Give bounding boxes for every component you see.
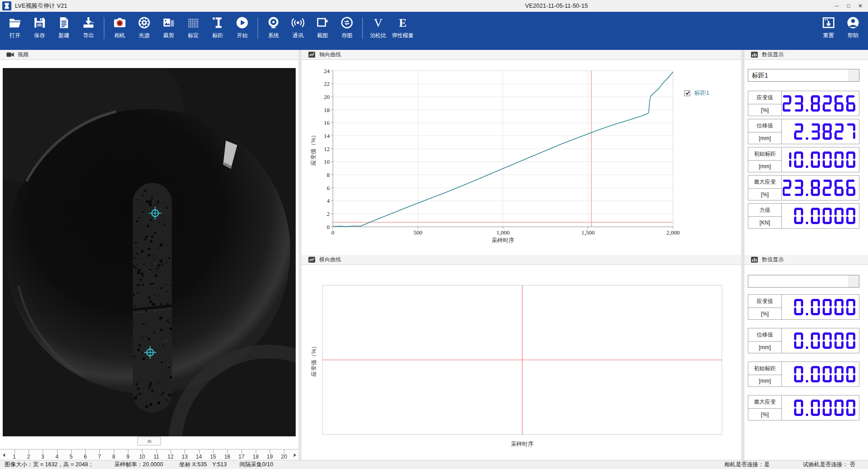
value-label-cell: 应变值[%]: [748, 295, 782, 319]
camera-icon: [113, 16, 127, 29]
toolbar-button-camera[interactable]: 相机: [107, 12, 132, 44]
toolbar-button-save-image[interactable]: 存图: [335, 12, 359, 44]
timeline-frame-number[interactable]: 4: [50, 449, 64, 460]
minimize-button[interactable]: ─: [831, 0, 843, 12]
timeline-frame-number[interactable]: 9: [121, 449, 135, 460]
value-unit: [%]: [748, 104, 781, 116]
numeric-panel-title-2: 数值显示: [762, 256, 784, 264]
toolbar-button-label: 重置: [823, 32, 834, 39]
document-title: VE2021-11-05-11-50-15: [507, 0, 606, 12]
timeline-frame-number[interactable]: 14: [192, 449, 206, 460]
toolbar-button-crop-image[interactable]: 裁剪: [156, 12, 181, 44]
save-icon: [33, 16, 46, 29]
timeline-frame-number[interactable]: 17: [234, 449, 249, 460]
value-label-cell: 力值[KN]: [748, 204, 782, 228]
status-coord-y: Y:513: [212, 460, 227, 469]
gauge-selector-value-1: 标距1: [752, 69, 768, 81]
svg-text:1,000: 1,000: [496, 229, 509, 236]
timeline-frame-number[interactable]: 6: [78, 449, 92, 460]
value-label: 位移值: [748, 328, 781, 342]
timeline-frame-number[interactable]: 7: [93, 449, 107, 460]
lcd-value-display: [782, 119, 859, 144]
toolbar-button-gauge-length[interactable]: 标距: [205, 12, 230, 44]
legend-checkbox[interactable]: [684, 90, 690, 96]
lcd-value-display: [782, 328, 859, 353]
timeline-frame-number[interactable]: 16: [220, 449, 234, 460]
value-block: 位移值[mm]: [748, 119, 859, 144]
timeline-frame-number[interactable]: 3: [36, 449, 50, 460]
svg-text:V: V: [374, 16, 383, 29]
toolbar-button-label: 开始: [237, 32, 248, 39]
line-chart-icon: [308, 257, 316, 263]
value-label-cell: 最大应变[%]: [748, 396, 782, 420]
timeline-frame-number[interactable]: 18: [249, 449, 263, 460]
timeline-frame-number[interactable]: 10: [135, 449, 149, 460]
timeline-frame-number[interactable]: 13: [178, 449, 192, 460]
toolbar-button-system[interactable]: 系统: [261, 12, 286, 44]
maximize-button[interactable]: □: [843, 0, 854, 12]
toolbar-button-save[interactable]: 保存: [27, 12, 52, 44]
svg-text:16: 16: [324, 119, 330, 126]
timeline-frame-number[interactable]: 8: [107, 449, 121, 460]
numeric-panel-header-2: 数值显示: [744, 255, 868, 265]
value-block: 初始标距[mm]: [748, 147, 859, 172]
value-unit: [KN]: [748, 217, 781, 228]
value-block: 最大应变[%]: [748, 395, 859, 420]
toolbar-button-start-play[interactable]: 开始: [230, 12, 254, 44]
toolbar-button-help[interactable]: 帮助: [841, 12, 865, 39]
line-chart-icon: [308, 52, 316, 58]
toolbar-button-reset[interactable]: 重置: [816, 12, 841, 39]
value-label-cell: 位移值[mm]: [748, 119, 782, 144]
poisson-ratio-icon: V: [371, 16, 385, 29]
svg-text:8: 8: [327, 171, 330, 178]
title-bar: LVE视频引伸计 V21 VE2021-11-05-11-50-15 ─ □ ✕: [0, 0, 868, 12]
timeline-frame-number[interactable]: 5: [64, 449, 78, 460]
toolbar-button-label: 相机: [114, 32, 125, 39]
timeline-frame-number[interactable]: 12: [163, 449, 177, 460]
timeline-frame-number[interactable]: 19: [263, 449, 277, 460]
transverse-curve-panel-title: 横向曲线: [319, 256, 341, 264]
timeline-left-arrow[interactable]: [0, 449, 7, 460]
lcd-value-display: [782, 396, 859, 420]
gauge-selector-dropdown-1[interactable]: 标距1: [748, 69, 859, 82]
timeline-frame-number[interactable]: 15: [206, 449, 220, 460]
toolbar-button-poisson-ratio[interactable]: V泊松比: [366, 12, 390, 44]
toolbar-button-open-folder[interactable]: 打开: [3, 12, 27, 44]
dropdown-button[interactable]: [848, 275, 859, 287]
dropdown-button[interactable]: [848, 69, 859, 81]
status-image-size: 图像大小：宽 = 1632，高 = 2048；: [5, 460, 94, 469]
value-label: 初始标距: [748, 147, 781, 161]
svg-text:14: 14: [324, 132, 330, 139]
crop-image-icon: [162, 16, 176, 29]
gauge-length-icon: [211, 16, 224, 29]
svg-text:20: 20: [324, 93, 330, 100]
status-camera-connected: 相机是否连接：是: [724, 460, 770, 469]
toolbar-button-export[interactable]: 导出: [76, 12, 101, 44]
toolbar-button-new-document[interactable]: 新建: [52, 12, 76, 44]
timeline-frame-number[interactable]: 11: [149, 449, 163, 460]
save-image-icon: [340, 16, 354, 29]
collapse-video-button[interactable]: [137, 437, 161, 445]
svg-text:0: 0: [332, 229, 335, 236]
window-controls: ─ □ ✕: [831, 0, 866, 12]
timeline-frame-number[interactable]: 2: [21, 449, 35, 460]
value-label-cell: 位移值[mm]: [748, 328, 782, 353]
timeline-right-arrow[interactable]: [291, 449, 298, 460]
toolbar-button-screenshot[interactable]: 截图: [310, 12, 335, 44]
main-toolbar: 打开保存新建导出相机光源裁剪标定标距开始系统通讯截图存图V泊松比E弹性模量 重置…: [0, 12, 868, 50]
svg-text:24: 24: [324, 68, 330, 74]
toolbar-button-light-source[interactable]: 光源: [132, 12, 156, 44]
toolbar-button-calibration-grid[interactable]: 标定: [181, 12, 205, 44]
timeline-frame-number[interactable]: 20: [277, 449, 291, 460]
toolbar-button-label: 打开: [10, 32, 20, 39]
lcd-value-display: [782, 295, 859, 319]
toolbar-button-elastic-modulus[interactable]: E弹性模量: [390, 12, 415, 44]
close-button[interactable]: ✕: [854, 0, 866, 12]
value-unit: [mm]: [748, 132, 781, 144]
timeline-frame-number[interactable]: 1: [7, 449, 21, 460]
app-window: LVE视频引伸计 V21 VE2021-11-05-11-50-15 ─ □ ✕…: [0, 0, 868, 469]
lcd-value-display: [782, 91, 859, 116]
toolbar-button-communication[interactable]: 通讯: [286, 12, 310, 44]
gauge-selector-dropdown-2[interactable]: [748, 275, 859, 288]
value-label-cell: 最大应变[%]: [748, 176, 782, 200]
